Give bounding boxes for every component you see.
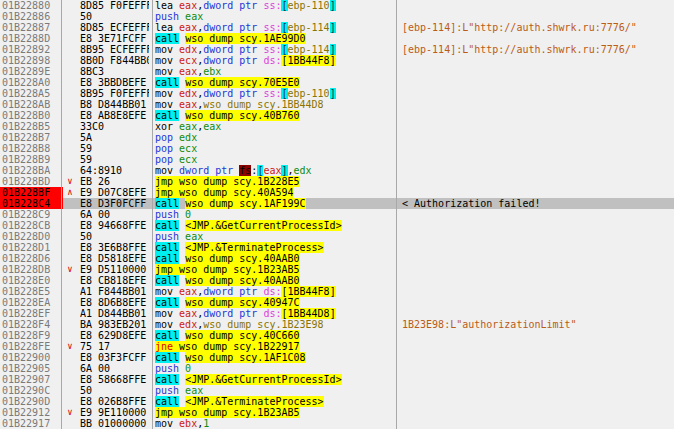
instruction-token: dword ptr bbox=[203, 44, 263, 55]
disasm-row[interactable]: 01B229056A 00push 0 bbox=[0, 363, 674, 374]
address-cell[interactable]: 01B228FE bbox=[2, 341, 60, 352]
breakpoint-address-cell[interactable]: 01B228BF bbox=[0, 187, 63, 198]
instruction-token: eax bbox=[179, 0, 197, 11]
address-cell[interactable]: 01B228F4 bbox=[2, 319, 60, 330]
disasm-row[interactable]: 01B228928B95 ECFEFFFFmov edx,dword ptr s… bbox=[0, 44, 674, 55]
disasm-row[interactable]: 01B228F4BA 983EB201mov edx,wso_dump_scy.… bbox=[0, 319, 674, 330]
disasm-row[interactable]: 01B2288DE8 3E71FCFFcall wso_dump_scy.1AE… bbox=[0, 33, 674, 44]
disasm-row[interactable]: 01B228878D85 ECFEFFFFlea eax,dword ptr s… bbox=[0, 22, 674, 33]
disasm-row[interactable]: 01B228B75Apop edx bbox=[0, 132, 674, 143]
disasm-row[interactable]: 01B22900E8 03F3FCFFcall wso_dump_scy.1AF… bbox=[0, 352, 674, 363]
disasm-row[interactable]: 01B228E0E8 CB818EFEcall wso_dump_scy.40A… bbox=[0, 275, 674, 286]
disasm-row[interactable]: 01B228FE∨75 17jne wso_dump_scy.1B22917 bbox=[0, 341, 674, 352]
disasm-row[interactable]: 01B228B859pop ecx bbox=[0, 143, 674, 154]
disasm-row[interactable]: 01B228A58B95 F0FEFFFFmov edx,dword ptr s… bbox=[0, 88, 674, 99]
disasm-row[interactable]: 01B228B0E8 AB8E8EFEcall wso_dump_scy.40B… bbox=[0, 110, 674, 121]
disasm-row[interactable]: 01B228B533C0xor eax,eax bbox=[0, 121, 674, 132]
disasm-row[interactable]: 01B228CBE8 94668FFEcall <JMP.&GetCurrent… bbox=[0, 220, 674, 231]
disasm-row[interactable]: 01B228EFA1 D844BB01mov eax,dword ptr ds:… bbox=[0, 308, 674, 319]
address-cell[interactable]: 01B2288D bbox=[2, 33, 60, 44]
address-cell[interactable]: 01B22907 bbox=[2, 374, 60, 385]
instruction-token: mov bbox=[155, 286, 179, 297]
disasm-row[interactable]: 01B2290DE8 026B8FFEcall <JMP.&TerminateP… bbox=[0, 396, 674, 407]
address-cell[interactable]: 01B228A0 bbox=[2, 77, 60, 88]
address-cell[interactable]: 01B228EF bbox=[2, 308, 60, 319]
address-cell[interactable]: 01B22886 bbox=[2, 11, 60, 22]
instruction-token: fs bbox=[239, 165, 251, 176]
address-cell[interactable]: 01B228D1 bbox=[2, 242, 60, 253]
address-cell[interactable]: 01B228BA bbox=[2, 165, 60, 176]
disasm-row[interactable]: 01B2290C50push eax bbox=[0, 385, 674, 396]
instruction: push 0 bbox=[155, 209, 395, 220]
address-cell[interactable]: 01B22892 bbox=[2, 44, 60, 55]
disasm-row[interactable]: 01B228DB∨E9 D5110000jmp wso_dump_scy.1B2… bbox=[0, 264, 674, 275]
instruction-token: wso_dump_scy.1B23E98 bbox=[203, 319, 323, 330]
instruction: call wso_dump_scy.1AF199C bbox=[155, 198, 395, 209]
disasm-row[interactable]: 01B228BA64:8910mov dword ptr fs:[eax],ed… bbox=[0, 165, 674, 176]
address-cell[interactable]: 01B228F9 bbox=[2, 330, 60, 341]
address-cell[interactable]: 01B228AB bbox=[2, 99, 60, 110]
address-cell[interactable]: 01B228EA bbox=[2, 297, 60, 308]
instruction: jmp wso_dump_scy.1B23AB5 bbox=[155, 407, 395, 418]
opcode-bytes: BB 01000000 bbox=[80, 418, 149, 429]
disasm-row[interactable]: 01B2289E8BC3mov eax,ebx bbox=[0, 66, 674, 77]
address-cell[interactable]: 01B22898 bbox=[2, 55, 60, 66]
instruction-token: mov bbox=[155, 99, 179, 110]
disasm-row[interactable]: 01B228A0E8 3BBDBEFEcall wso_dump_scy.70E… bbox=[0, 77, 674, 88]
address-cell[interactable]: 01B228CB bbox=[2, 220, 60, 231]
disassembly-pane[interactable]: 01B228808D85 F0FEFFFFlea eax,dword ptr s… bbox=[0, 0, 674, 429]
address-cell[interactable]: 01B2289E bbox=[2, 66, 60, 77]
address-cell[interactable]: 01B22887 bbox=[2, 22, 60, 33]
disasm-row[interactable]: 01B228EAE8 8D6B8EFEcall wso_dump_scy.409… bbox=[0, 297, 674, 308]
address-cell[interactable]: 01B22880 bbox=[2, 0, 60, 11]
instruction-token: mov bbox=[155, 319, 179, 330]
address-cell[interactable]: 01B228B0 bbox=[2, 110, 60, 121]
disasm-row[interactable]: 01B228C96A 00push 0 bbox=[0, 209, 674, 220]
disasm-row[interactable]: 01B228ABB8 D844BB01mov eax,wso_dump_scy.… bbox=[0, 99, 674, 110]
address-cell[interactable]: 01B22900 bbox=[2, 352, 60, 363]
breakpoint-address-cell[interactable]: 01B228C4 bbox=[0, 198, 63, 209]
address-cell[interactable]: 01B228D0 bbox=[2, 231, 60, 242]
address-cell[interactable]: 01B228E0 bbox=[2, 275, 60, 286]
disasm-row[interactable]: 01B228C4E8 D3F0FCFFcall wso_dump_scy.1AF… bbox=[0, 198, 674, 209]
jump-up-arrow-icon: ∧ bbox=[62, 187, 78, 198]
disasm-row[interactable]: 01B22907E8 58668FFEcall <JMP.&GetCurrent… bbox=[0, 374, 674, 385]
disasm-row[interactable]: 01B228D6E8 D5818EFEcall wso_dump_scy.40A… bbox=[0, 253, 674, 264]
address-cell[interactable]: 01B228B7 bbox=[2, 132, 60, 143]
address-cell[interactable]: 01B228C9 bbox=[2, 209, 60, 220]
address-cell[interactable]: 01B228E5 bbox=[2, 286, 60, 297]
address-cell[interactable]: 01B228B5 bbox=[2, 121, 60, 132]
disasm-row[interactable]: 01B22912∨E9 9E110000jmp wso_dump_scy.1B2… bbox=[0, 407, 674, 418]
disasm-row[interactable]: 01B228D1E8 3E6B8FFEcall <JMP.&TerminateP… bbox=[0, 242, 674, 253]
address-cell[interactable]: 01B228BD bbox=[2, 176, 60, 187]
disasm-row[interactable]: 01B228E5A1 F844BB01mov eax,dword ptr ds:… bbox=[0, 286, 674, 297]
address-cell[interactable]: 01B22912 bbox=[2, 407, 60, 418]
address-cell[interactable]: 01B228B8 bbox=[2, 143, 60, 154]
address-cell[interactable]: 01B22905 bbox=[2, 363, 60, 374]
opcode-bytes: E8 CB818EFE bbox=[80, 275, 149, 286]
address-cell[interactable]: 01B228B9 bbox=[2, 154, 60, 165]
address-cell[interactable]: 01B228D6 bbox=[2, 253, 60, 264]
disasm-row[interactable]: 01B228D050push eax bbox=[0, 231, 674, 242]
instruction: push eax bbox=[155, 11, 395, 22]
instruction-token: eax bbox=[179, 22, 197, 33]
disasm-row[interactable]: 01B228BD∨EB 26jmp wso_dump_scy.1B228E5 bbox=[0, 176, 674, 187]
instruction-token: dword ptr bbox=[203, 0, 263, 11]
address-cell[interactable]: 01B2290C bbox=[2, 385, 60, 396]
instruction-token: edx bbox=[179, 44, 197, 55]
disasm-row[interactable]: 01B2288650push eax bbox=[0, 11, 674, 22]
opcode-bytes: E8 03F3FCFF bbox=[80, 352, 149, 363]
opcode-bytes: 5A bbox=[80, 132, 149, 143]
instruction-token: lea bbox=[155, 22, 179, 33]
disasm-row[interactable]: 01B228BF∧E9 D07C8EFEjmp wso_dump_scy.40A… bbox=[0, 187, 674, 198]
address-cell[interactable]: 01B228A5 bbox=[2, 88, 60, 99]
disasm-row[interactable]: 01B22917BB 01000000mov ebx,1 bbox=[0, 418, 674, 429]
disasm-row[interactable]: 01B228F9E8 629D8EFEcall wso_dump_scy.40C… bbox=[0, 330, 674, 341]
address-cell[interactable]: 01B2290D bbox=[2, 396, 60, 407]
address-cell[interactable]: 01B22917 bbox=[2, 418, 60, 429]
disasm-row[interactable]: 01B228988B0D F844BB01mov ecx,dword ptr d… bbox=[0, 55, 674, 66]
disasm-row[interactable]: 01B228B959pop ecx bbox=[0, 154, 674, 165]
instruction-token: dword ptr bbox=[203, 286, 263, 297]
address-cell[interactable]: 01B228DB bbox=[2, 264, 60, 275]
disasm-row[interactable]: 01B228808D85 F0FEFFFFlea eax,dword ptr s… bbox=[0, 0, 674, 11]
